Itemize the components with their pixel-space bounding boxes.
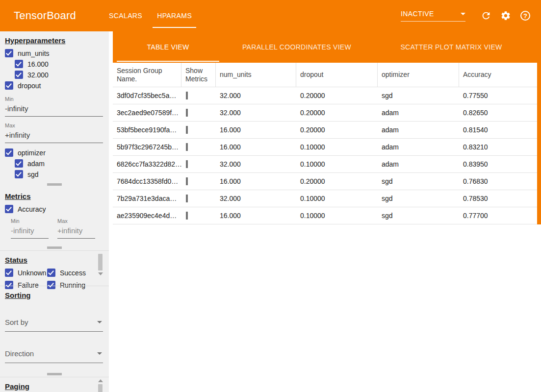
checkbox-num-units-16[interactable]: 16.000: [15, 59, 104, 69]
show-metrics-checkbox[interactable]: [186, 92, 188, 99]
checkbox-checked-icon: [15, 60, 23, 68]
checkbox-num-units[interactable]: num_units: [5, 49, 104, 58]
metric-min-input[interactable]: [11, 224, 49, 239]
direction-dropdown[interactable]: Direction: [5, 346, 103, 363]
scroll-up-icon[interactable]: [98, 379, 103, 382]
metric-max-label: Max: [57, 218, 95, 224]
column-header-show-metrics[interactable]: Show Metrics: [181, 63, 216, 87]
cell-dropout: 0.10000: [296, 160, 378, 168]
checkbox-optimizer-adam[interactable]: adam: [15, 159, 104, 168]
paging-scrollbar[interactable]: [98, 379, 103, 392]
gear-icon[interactable]: [500, 10, 512, 22]
column-header-dropout[interactable]: dropout: [296, 63, 378, 87]
status-scrollbar[interactable]: [98, 254, 103, 275]
show-metrics-checkbox[interactable]: [186, 195, 188, 202]
show-metrics-checkbox[interactable]: [186, 177, 188, 185]
section-resize-handle[interactable]: [0, 181, 109, 187]
cell-dropout: 0.20000: [296, 92, 378, 99]
view-tab-parallel-coordinates[interactable]: PARALLEL COORDINATES VIEW: [223, 31, 370, 63]
tab-scalars[interactable]: SCALARS: [102, 0, 150, 31]
checkbox-checked-icon: [15, 170, 23, 178]
column-header-num-units[interactable]: num_units: [216, 63, 296, 87]
checkbox-status-unknown[interactable]: Unknown: [5, 268, 47, 277]
section-status: Status Unknown Success Failure Running: [0, 250, 109, 286]
table-row: 3df0d7cf35bec5a… 32.000 0.20000 sgd 0.77…: [113, 87, 537, 104]
status-unknown-label: Unknown: [18, 269, 46, 277]
sorting-heading: Sorting: [5, 291, 104, 299]
checkbox-checked-icon: [5, 81, 13, 90]
table-row: ae235909ec4e4d… 16.000 0.10000 sgd 0.777…: [113, 207, 537, 224]
scrollbar-thumb[interactable]: [98, 254, 103, 270]
paging-heading: Paging: [5, 382, 104, 391]
sort-by-dropdown[interactable]: Sort by: [5, 315, 103, 332]
num-units-16-label: 16.000: [27, 60, 49, 68]
drag-handle-icon[interactable]: [47, 246, 62, 249]
checkbox-dropout[interactable]: dropout: [5, 81, 104, 90]
checkbox-optimizer-sgd[interactable]: sgd: [15, 170, 104, 179]
show-metrics-checkbox[interactable]: [186, 143, 188, 151]
column-header-accuracy[interactable]: Accuracy: [459, 63, 537, 87]
optimizer-sgd-label: sgd: [27, 171, 39, 178]
column-header-session-group-name[interactable]: Session Group Name.: [113, 63, 181, 87]
chevron-down-icon: [97, 352, 102, 355]
optimizer-label: optimizer: [18, 149, 46, 157]
section-resize-handle[interactable]: [0, 245, 109, 250]
scroll-down-icon[interactable]: [98, 272, 103, 275]
cell-session-group-name: 5b97f3c2967245b…: [113, 143, 181, 151]
drag-handle-icon[interactable]: [47, 373, 62, 375]
checkbox-num-units-32[interactable]: 32.000: [15, 70, 104, 79]
top-tab-bar: SCALARS HPARAMS: [102, 0, 199, 31]
tab-hparams[interactable]: HPARAMS: [150, 0, 199, 31]
cell-session-group-name: 7684dcc13358fd0…: [113, 177, 181, 185]
show-metrics-checkbox[interactable]: [186, 160, 188, 168]
cell-session-group-name: 6826cc7fa3322d82…: [113, 160, 181, 168]
cell-optimizer: adam: [378, 109, 459, 117]
status-heading: Status: [5, 256, 104, 264]
help-icon[interactable]: [519, 10, 531, 22]
checkbox-optimizer[interactable]: optimizer: [5, 148, 104, 157]
drag-handle-icon[interactable]: [47, 183, 62, 186]
run-status-dropdown[interactable]: INACTIVE: [401, 10, 465, 22]
accuracy-label: Accuracy: [18, 205, 46, 213]
cell-session-group-name: 7b29a731e3daca…: [113, 195, 181, 202]
cell-num-units: 32.000: [216, 195, 296, 202]
section-sorting: Sorting Sort by Direction: [0, 286, 109, 371]
checkbox-checked-icon: [15, 159, 23, 168]
cell-accuracy: 0.78530: [459, 195, 537, 202]
view-tab-table[interactable]: TABLE VIEW: [113, 31, 223, 63]
dropout-min-input[interactable]: [5, 102, 103, 117]
tab-scalars-label: SCALARS: [109, 12, 142, 20]
cell-optimizer: adam: [378, 126, 459, 134]
show-metrics-checkbox[interactable]: [186, 126, 188, 134]
checkbox-checked-icon: [15, 71, 23, 79]
scrollbar-thumb[interactable]: [98, 384, 103, 392]
checkbox-checked-icon: [47, 269, 55, 277]
chevron-down-icon: [97, 321, 102, 323]
checkbox-accuracy[interactable]: Accuracy: [5, 204, 104, 214]
refresh-icon[interactable]: [480, 10, 492, 22]
column-header-optimizer[interactable]: optimizer: [378, 63, 459, 87]
cell-session-group-name: 53bf5bece9190fa…: [113, 126, 181, 134]
hyperparameters-heading: Hyperparameters: [5, 36, 104, 45]
cell-num-units: 32.000: [216, 109, 296, 117]
dropout-max-input[interactable]: [5, 128, 103, 143]
cell-accuracy: 0.77550: [459, 92, 537, 99]
show-metrics-checkbox[interactable]: [186, 212, 188, 220]
num-units-label: num_units: [18, 49, 50, 57]
cell-show-metrics: [181, 126, 216, 134]
metric-max-input[interactable]: [57, 224, 95, 239]
section-paging: Paging Number of matching session groups…: [0, 377, 109, 392]
show-metrics-checkbox[interactable]: [186, 109, 188, 117]
top-app-bar: TensorBoard SCALARS HPARAMS INACTIVE: [0, 0, 541, 31]
table-header-row: Session Group Name. Show Metrics num_uni…: [113, 63, 537, 87]
section-resize-handle[interactable]: [0, 371, 109, 377]
cell-accuracy: 0.81540: [459, 126, 537, 134]
cell-num-units: 32.000: [216, 160, 296, 168]
checkbox-status-success[interactable]: Success: [47, 268, 99, 277]
chevron-down-icon: [461, 13, 465, 15]
view-tab-scatter-matrix[interactable]: SCATTER PLOT MATRIX VIEW: [370, 31, 532, 63]
section-hyperparameters: Hyperparameters num_units 16.000 32.000 …: [0, 31, 109, 181]
table-row: 7684dcc13358fd0… 16.000 0.20000 sgd 0.76…: [113, 173, 537, 190]
cell-dropout: 0.10000: [296, 212, 378, 220]
session-groups-table: Session Group Name. Show Metrics num_uni…: [113, 63, 537, 224]
